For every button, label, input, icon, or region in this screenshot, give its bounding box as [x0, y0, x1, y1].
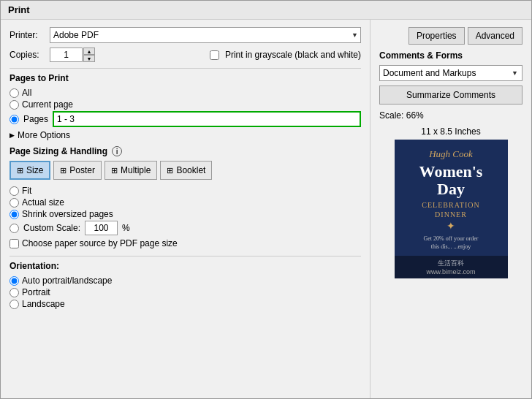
radio-shrink-input[interactable] [10, 210, 19, 219]
more-options-label: More Options [18, 130, 70, 140]
more-options-row[interactable]: ▶ More Options [10, 130, 361, 140]
custom-scale-unit: % [122, 223, 130, 233]
printer-label: Printer: [10, 30, 50, 40]
title-bar: Print [1, 1, 531, 20]
info-symbol: i [116, 148, 118, 156]
window-title: Print [8, 4, 30, 15]
radio-shrink: Shrink oversized pages [10, 209, 361, 219]
custom-scale-value[interactable] [85, 221, 118, 235]
watermark-text: 生活百科 [398, 259, 505, 268]
multiple-label: Multiple [121, 165, 151, 175]
radio-actual-size: Actual size [10, 197, 361, 208]
radio-pages-row: Pages [10, 111, 361, 127]
radio-portrait-input[interactable] [10, 288, 19, 297]
copies-down[interactable]: ▼ [83, 55, 95, 62]
advanced-button[interactable]: Advanced [468, 27, 522, 45]
preview-area: 11 x 8.5 Inches Hugh Cook Women'sDay CEL… [379, 126, 522, 391]
multiple-icon: ⊞ [111, 166, 118, 175]
radio-auto-input[interactable] [10, 276, 19, 286]
comments-select[interactable]: Document and Markups Document Comments [379, 65, 522, 81]
scale-label: Scale: [379, 110, 403, 121]
booklet-icon: ⊞ [167, 166, 173, 175]
radio-auto-label: Auto portrait/landscape [22, 276, 112, 286]
preview-card: Hugh Cook Women'sDay CELEBRATION DINNER … [395, 140, 508, 278]
print-dialog: Print Printer: Adobe PDF Microsoft Print… [0, 0, 532, 399]
paper-source-label: Choose paper source by PDF page size [22, 238, 178, 248]
poster-button[interactable]: ⊞ Poster [53, 161, 102, 180]
multiple-button[interactable]: ⊞ Multiple [104, 161, 157, 180]
copies-label: Copies: [10, 50, 50, 60]
fit-section: Fit Actual size Shrink oversized pages C… [10, 186, 361, 235]
copies-spinner: ▲ ▼ [83, 48, 95, 62]
booklet-button[interactable]: ⊞ Booklet [160, 161, 212, 180]
comments-select-wrapper[interactable]: Document and Markups Document Comments [379, 65, 522, 81]
radio-pages-input[interactable] [10, 115, 19, 124]
radio-portrait-label: Portrait [22, 287, 50, 297]
printer-select[interactable]: Adobe PDF Microsoft Print to PDF [50, 27, 361, 43]
printer-select-wrapper[interactable]: Adobe PDF Microsoft Print to PDF [50, 27, 361, 43]
orientation-section: Orientation: Auto portrait/landscape Por… [10, 261, 361, 309]
preview-logo: Hugh Cook [429, 148, 473, 160]
watermark-overlay: 生活百科 www.bimeiz.com [395, 256, 508, 278]
radio-landscape: Landscape [10, 299, 361, 309]
radio-shrink-label: Shrink oversized pages [22, 209, 113, 219]
radio-fit-input[interactable] [10, 186, 19, 196]
copies-input[interactable] [50, 48, 83, 62]
radio-fit: Fit [10, 186, 361, 196]
pages-to-print-header: Pages to Print [10, 73, 361, 83]
radio-landscape-input[interactable] [10, 300, 19, 309]
radio-landscape-label: Landscape [22, 299, 65, 309]
preview-title: Women'sDay [419, 163, 483, 198]
right-panel: Properties Advanced Comments & Forms Doc… [370, 20, 531, 398]
orientation-header: Orientation: [10, 261, 361, 271]
radio-all: All [10, 88, 361, 98]
comments-forms-header: Comments & Forms [379, 50, 522, 61]
custom-scale-row: Custom Scale: % [10, 221, 361, 235]
booklet-label: Booklet [176, 165, 205, 175]
grayscale-row: Print in grayscale (black and white) [210, 50, 361, 60]
radio-pages-label: Pages [23, 114, 48, 124]
radio-fit-label: Fit [22, 186, 31, 196]
watermark-url: www.bimeiz.com [398, 268, 505, 276]
poster-label: Poster [69, 165, 95, 175]
properties-button[interactable]: Properties [408, 27, 465, 45]
preview-subtitle1: CELEBRATION [422, 201, 479, 209]
paper-source-row: Choose paper source by PDF page size [10, 238, 361, 248]
scale-percent: 66% [406, 110, 424, 121]
info-icon[interactable]: i [112, 146, 122, 156]
page-sizing-title: Page Sizing & Handling [10, 146, 107, 156]
size-label: Size [26, 165, 43, 175]
radio-custom-scale-input[interactable] [10, 224, 19, 233]
copies-row: Copies: ▲ ▼ [10, 48, 95, 62]
size-button[interactable]: ⊞ Size [10, 161, 50, 180]
custom-scale-label: Custom Scale: [23, 223, 80, 233]
radio-current-input[interactable] [10, 100, 19, 110]
radio-current-label: Current page [22, 99, 73, 110]
radio-all-input[interactable] [10, 88, 19, 98]
radio-auto-orientation: Auto portrait/landscape [10, 276, 361, 286]
scale-display: Scale: 66% [379, 110, 522, 121]
size-buttons-group: ⊞ Size ⊞ Poster ⊞ Multiple ⊞ Booklet [10, 161, 361, 180]
poster-icon: ⊞ [60, 166, 66, 175]
left-panel: Printer: Adobe PDF Microsoft Print to PD… [1, 20, 370, 398]
paper-source-checkbox[interactable] [10, 239, 19, 248]
pages-range-input[interactable] [53, 111, 361, 127]
grayscale-label: Print in grayscale (black and white) [225, 50, 361, 60]
page-size-label: 11 x 8.5 Inches [421, 126, 480, 137]
summarize-comments-button[interactable]: Summarize Comments [379, 86, 522, 104]
printer-row: Printer: Adobe PDF Microsoft Print to PD… [10, 27, 361, 43]
size-icon: ⊞ [17, 166, 23, 175]
preview-small-text: Get 20% off your orderthis dis... ...enj… [424, 235, 479, 251]
top-right-buttons: Properties Advanced [379, 27, 522, 45]
radio-all-label: All [22, 88, 31, 98]
radio-actual-input[interactable] [10, 198, 19, 208]
page-sizing-header: Page Sizing & Handling i [10, 146, 361, 156]
grayscale-checkbox[interactable] [210, 50, 219, 60]
more-options-triangle: ▶ [10, 132, 15, 139]
preview-divider: ✦ [446, 220, 455, 232]
copies-up[interactable]: ▲ [83, 48, 95, 55]
radio-current-page: Current page [10, 99, 361, 110]
radio-actual-label: Actual size [22, 197, 64, 208]
preview-subtitle2: DINNER [435, 210, 467, 218]
radio-portrait: Portrait [10, 287, 361, 297]
